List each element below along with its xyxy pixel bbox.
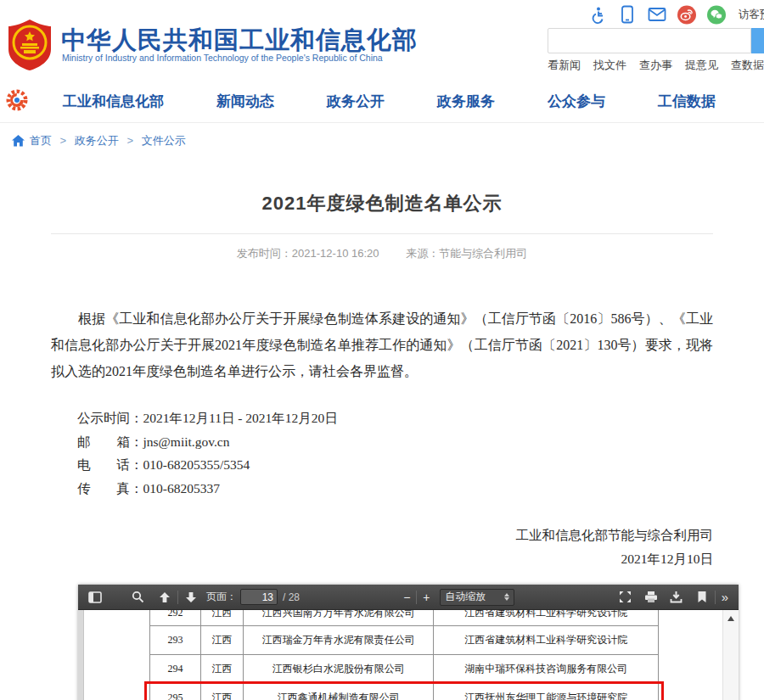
select-spinner-icon bbox=[504, 593, 509, 601]
miit-gear-logo-icon bbox=[5, 88, 29, 115]
table-row: 293江西江西瑞金万年青水泥有限责任公司江西省建筑材料工业科学研究设计院 bbox=[150, 626, 659, 655]
mail-icon[interactable] bbox=[648, 5, 666, 24]
quick-link[interactable]: 看新闻 bbox=[548, 58, 581, 73]
table-cell: 江西银杉白水泥股份有限公司 bbox=[243, 655, 434, 684]
nav-item[interactable]: 工业和信息化部 bbox=[63, 92, 164, 111]
table-cell: 江西 bbox=[200, 684, 243, 700]
article-paragraph: 根据《工业和信息化部办公厅关于开展绿色制造体系建设的通知》（工信厅节函〔2016… bbox=[51, 305, 713, 384]
accessibility-icon[interactable] bbox=[588, 5, 607, 24]
zoom-in-button[interactable]: + bbox=[419, 591, 433, 604]
article-title: 2021年度绿色制造名单公示 bbox=[51, 191, 713, 216]
quick-link[interactable]: 提意见 bbox=[685, 58, 718, 73]
breadcrumb-separator: > bbox=[124, 134, 137, 147]
article-meta: 发布时间：2021-12-10 16:20 来源：节能与综合利用司 bbox=[51, 246, 713, 261]
pdf-scrollbar[interactable] bbox=[722, 610, 739, 700]
breadcrumb-separator: > bbox=[57, 134, 70, 147]
table-cell: 江西 bbox=[200, 655, 243, 684]
quick-link[interactable]: 查数据 bbox=[731, 58, 764, 73]
home-icon[interactable] bbox=[12, 135, 25, 147]
weibo-icon[interactable] bbox=[677, 5, 696, 24]
publish-time: 发布时间：2021-12-10 16:20 bbox=[237, 247, 379, 260]
table-cell: 江西瑞金万年青水泥有限责任公司 bbox=[243, 626, 434, 655]
table-cell: 江西鑫通机械制造有限公司 bbox=[243, 684, 434, 700]
site-header: 中华人民共和国工业和信息化部 Ministry of Industry and … bbox=[0, 0, 764, 81]
table-cell: 江西抚州东华理工能源与环境研究院 bbox=[434, 684, 659, 700]
page-label: 页面： bbox=[206, 590, 237, 604]
page-total: / 28 bbox=[283, 591, 300, 603]
page-down-icon[interactable] bbox=[181, 588, 201, 607]
contact-line: 传 真：010-68205337 bbox=[77, 477, 713, 501]
table-row: 295江西江西鑫通机械制造有限公司江西抚州东华理工能源与环境研究院 bbox=[150, 684, 659, 700]
download-icon[interactable] bbox=[666, 588, 687, 607]
page-number-input[interactable] bbox=[240, 589, 278, 605]
search-input[interactable] bbox=[548, 28, 751, 53]
search-button[interactable] bbox=[751, 28, 764, 53]
presentation-mode-icon[interactable] bbox=[615, 588, 636, 607]
table-cell: 江西省建筑材料工业科学研究设计院 bbox=[434, 626, 659, 655]
nav-list: 工业和信息化部新闻动态政务公开政务服务公众参与工信数据专题 bbox=[63, 92, 764, 111]
pdf-page: 292江西江西兴国南方万年青水泥有限公司江西省建筑材料工业科学研究设计院293江… bbox=[85, 610, 722, 700]
quick-links: 看新闻找文件查办事提意见查数据 bbox=[548, 58, 764, 73]
table-row: 294江西江西银杉白水泥股份有限公司湖南中瑞环保科技咨询服务有限公司 bbox=[150, 655, 659, 684]
contact-line: 邮 箱：jns@miit.gov.cn bbox=[77, 430, 713, 454]
quick-link[interactable]: 查办事 bbox=[639, 58, 672, 73]
signature-department: 工业和信息化部节能与综合利用司 bbox=[51, 524, 713, 547]
contact-block: 公示时间：2021年12月11日 - 2021年12月20日邮 箱：jns@mi… bbox=[51, 406, 713, 500]
table-cell: 江西 bbox=[200, 626, 243, 655]
contact-line: 公示时间：2021年12月11日 - 2021年12月20日 bbox=[77, 406, 713, 430]
bookmark-icon[interactable] bbox=[692, 588, 712, 607]
breadcrumb-items: 首页 > 政务公开 > 文件公示 bbox=[30, 133, 186, 148]
pdf-table: 292江西江西兴国南方万年青水泥有限公司江西省建筑材料工业科学研究设计院293江… bbox=[149, 610, 659, 700]
pdf-viewer: 页面： / 28 − + 自动缩放 bbox=[78, 585, 739, 700]
breadcrumb-link[interactable]: 首页 bbox=[30, 134, 52, 147]
pdf-search-icon[interactable] bbox=[127, 588, 148, 607]
nav-item[interactable]: 公众参与 bbox=[548, 92, 605, 111]
nav-item[interactable]: 工信数据 bbox=[658, 92, 716, 111]
more-tools-button[interactable]: » bbox=[718, 590, 732, 604]
pdf-body: 292江西江西兴国南方万年青水泥有限公司江西省建筑材料工业科学研究设计院293江… bbox=[78, 610, 739, 700]
table-cell: 江西 bbox=[200, 610, 243, 626]
mobile-icon[interactable] bbox=[618, 5, 637, 24]
zoom-out-button[interactable]: − bbox=[400, 591, 413, 604]
print-icon[interactable] bbox=[641, 588, 661, 607]
nav-item[interactable]: 新闻动态 bbox=[216, 92, 274, 111]
breadcrumb-link[interactable]: 政务公开 bbox=[75, 134, 119, 147]
title-divider bbox=[51, 233, 713, 234]
quick-link[interactable]: 找文件 bbox=[593, 58, 626, 73]
table-cell: 江西兴国南方万年青水泥有限公司 bbox=[243, 610, 434, 626]
site-subtitle: Ministry of Industry and Information Tec… bbox=[62, 53, 383, 63]
zoom-mode-select[interactable]: 自动缩放 bbox=[440, 589, 514, 606]
contact-line: 电 话：010-68205355/5354 bbox=[77, 453, 713, 477]
article: 2021年度绿色制造名单公示 发布时间：2021-12-10 16:20 来源：… bbox=[51, 191, 713, 571]
sidebar-toggle-icon[interactable] bbox=[85, 588, 105, 607]
page-up-icon[interactable] bbox=[154, 588, 175, 607]
scroll-up-icon[interactable] bbox=[727, 616, 734, 621]
main-nav: 工业和信息化部新闻动态政务公开政务服务公众参与工信数据专题 bbox=[0, 81, 764, 123]
table-row: 292江西江西兴国南方万年青水泥有限公司江西省建筑材料工业科学研究设计院 bbox=[150, 610, 659, 626]
national-emblem-icon bbox=[7, 19, 53, 75]
pdf-left-strip bbox=[78, 610, 84, 700]
table-cell: 292 bbox=[150, 610, 201, 626]
pdf-toolbar: 页面： / 28 − + 自动缩放 bbox=[78, 585, 739, 610]
wechat-icon[interactable] bbox=[707, 5, 726, 24]
table-cell: 293 bbox=[150, 626, 201, 655]
pdf-table-body: 292江西江西兴国南方万年青水泥有限公司江西省建筑材料工业科学研究设计院293江… bbox=[150, 610, 659, 700]
signature-date: 2021年12月10日 bbox=[51, 547, 713, 571]
visitor-booking-link[interactable]: 访客预约 bbox=[739, 8, 764, 22]
table-cell: 湖南中瑞环保科技咨询服务有限公司 bbox=[434, 655, 659, 684]
table-cell: 294 bbox=[150, 655, 201, 684]
breadcrumb-link[interactable]: 文件公示 bbox=[142, 134, 186, 147]
table-cell: 江西省建筑材料工业科学研究设计院 bbox=[434, 610, 659, 626]
nav-item[interactable]: 政务服务 bbox=[437, 92, 495, 111]
signature-block: 工业和信息化部节能与综合利用司 2021年12月10日 bbox=[51, 524, 713, 571]
nav-item[interactable]: 政务公开 bbox=[327, 92, 385, 111]
source: 来源：节能与综合利用司 bbox=[406, 247, 527, 260]
breadcrumb: 首页 > 政务公开 > 文件公示 bbox=[0, 123, 764, 159]
table-cell: 295 bbox=[150, 684, 201, 700]
